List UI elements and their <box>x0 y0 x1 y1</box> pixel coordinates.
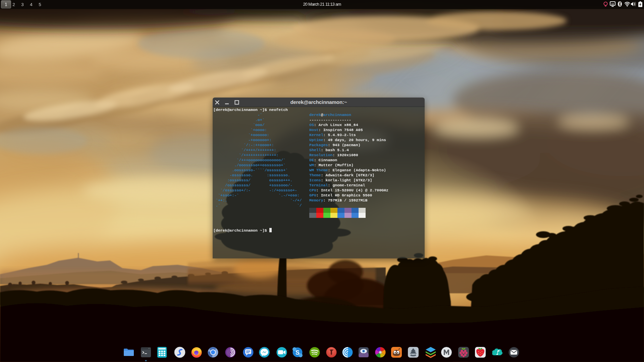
svg-text:S: S <box>296 349 300 356</box>
svg-text:zz: zz <box>611 2 614 5</box>
